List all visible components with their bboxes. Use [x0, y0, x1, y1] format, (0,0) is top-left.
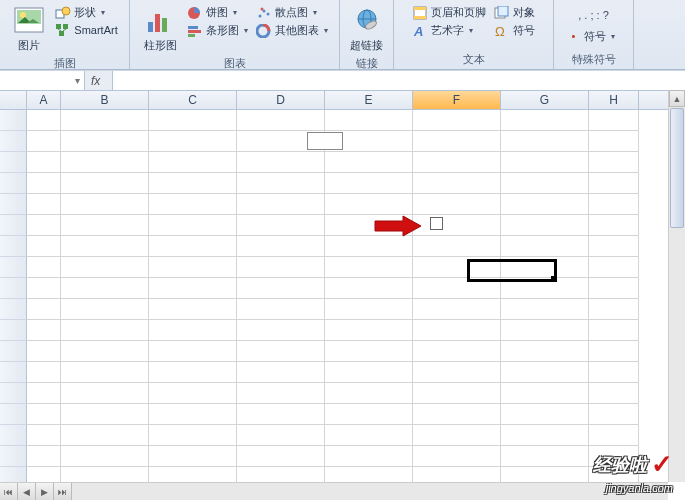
cell[interactable]	[61, 110, 149, 131]
cell[interactable]	[325, 257, 413, 278]
cell[interactable]	[501, 173, 589, 194]
cell[interactable]	[413, 173, 501, 194]
cell[interactable]	[501, 362, 589, 383]
cell[interactable]	[61, 194, 149, 215]
picture-button[interactable]: 图片	[9, 2, 49, 55]
cell[interactable]	[325, 110, 413, 131]
cell[interactable]	[61, 278, 149, 299]
cell[interactable]	[501, 194, 589, 215]
checkbox-object[interactable]	[430, 217, 443, 230]
cell[interactable]	[325, 278, 413, 299]
cell[interactable]	[325, 152, 413, 173]
scroll-thumb-v[interactable]	[670, 108, 684, 228]
scroll-up-button[interactable]: ▲	[669, 90, 685, 107]
cell[interactable]	[61, 362, 149, 383]
cell[interactable]	[149, 383, 237, 404]
col-header-h[interactable]: H	[589, 91, 639, 109]
cell[interactable]	[61, 299, 149, 320]
cell[interactable]	[27, 446, 61, 467]
cell[interactable]	[413, 446, 501, 467]
cell[interactable]	[325, 425, 413, 446]
cell[interactable]	[589, 110, 639, 131]
row-header[interactable]	[0, 236, 27, 257]
cell[interactable]	[589, 362, 639, 383]
row-header[interactable]	[0, 173, 27, 194]
cell[interactable]	[237, 341, 325, 362]
cell[interactable]	[501, 131, 589, 152]
header-footer-button[interactable]: 页眉和页脚	[410, 4, 488, 21]
cell[interactable]	[27, 404, 61, 425]
cell[interactable]	[413, 425, 501, 446]
cell[interactable]	[237, 425, 325, 446]
name-box[interactable]: ▾	[0, 71, 85, 90]
col-header-e[interactable]: E	[325, 91, 413, 109]
cell[interactable]	[149, 404, 237, 425]
cell[interactable]	[589, 131, 639, 152]
cell[interactable]	[325, 404, 413, 425]
cell[interactable]	[27, 152, 61, 173]
tab-prev-button[interactable]: ◀	[18, 483, 36, 500]
cell[interactable]	[237, 299, 325, 320]
cell[interactable]	[237, 236, 325, 257]
tab-next-button[interactable]: ▶	[36, 483, 54, 500]
cell[interactable]	[325, 194, 413, 215]
pie-chart-button[interactable]: 饼图▾	[185, 4, 250, 21]
row-header[interactable]	[0, 131, 27, 152]
row-header[interactable]	[0, 215, 27, 236]
cell[interactable]	[413, 215, 501, 236]
cell[interactable]	[237, 215, 325, 236]
cell[interactable]	[61, 152, 149, 173]
cell[interactable]	[237, 173, 325, 194]
cell[interactable]	[27, 362, 61, 383]
cell[interactable]	[27, 194, 61, 215]
cell[interactable]	[501, 236, 589, 257]
cell[interactable]	[413, 299, 501, 320]
cell[interactable]	[501, 404, 589, 425]
cell[interactable]	[501, 383, 589, 404]
cell[interactable]	[149, 278, 237, 299]
cell[interactable]	[61, 236, 149, 257]
col-header-d[interactable]: D	[237, 91, 325, 109]
cell[interactable]	[237, 278, 325, 299]
cell[interactable]	[237, 320, 325, 341]
cell[interactable]	[149, 110, 237, 131]
cell[interactable]	[237, 152, 325, 173]
special-symbol-button[interactable]: • 符号▾	[570, 28, 618, 45]
bar-chart-button[interactable]: 条形图▾	[185, 22, 250, 39]
cell[interactable]	[27, 425, 61, 446]
col-header-f[interactable]: F	[413, 91, 501, 109]
cell[interactable]	[27, 383, 61, 404]
cell[interactable]	[237, 362, 325, 383]
cell[interactable]	[589, 299, 639, 320]
cell[interactable]	[237, 257, 325, 278]
cell[interactable]	[27, 341, 61, 362]
col-header-g[interactable]: G	[501, 91, 589, 109]
cell[interactable]	[413, 320, 501, 341]
cell[interactable]	[325, 446, 413, 467]
cell[interactable]	[27, 278, 61, 299]
cell[interactable]	[237, 194, 325, 215]
cell[interactable]	[501, 425, 589, 446]
cell[interactable]	[501, 446, 589, 467]
cell[interactable]	[501, 152, 589, 173]
row-header[interactable]	[0, 110, 27, 131]
cell[interactable]	[149, 446, 237, 467]
scatter-chart-button[interactable]: 散点图▾	[254, 4, 330, 21]
row-header[interactable]	[0, 278, 27, 299]
cell[interactable]	[61, 425, 149, 446]
tab-last-button[interactable]: ⏭	[54, 483, 72, 500]
cell[interactable]	[413, 110, 501, 131]
cell[interactable]	[413, 341, 501, 362]
cell[interactable]	[413, 131, 501, 152]
cell[interactable]	[27, 131, 61, 152]
cell[interactable]	[413, 404, 501, 425]
row-header[interactable]	[0, 425, 27, 446]
cell[interactable]	[589, 425, 639, 446]
cell[interactable]	[589, 341, 639, 362]
cell[interactable]	[589, 194, 639, 215]
cell[interactable]	[149, 320, 237, 341]
selected-cell[interactable]	[467, 259, 557, 282]
cell[interactable]	[501, 110, 589, 131]
tab-first-button[interactable]: ⏮	[0, 483, 18, 500]
row-header[interactable]	[0, 383, 27, 404]
